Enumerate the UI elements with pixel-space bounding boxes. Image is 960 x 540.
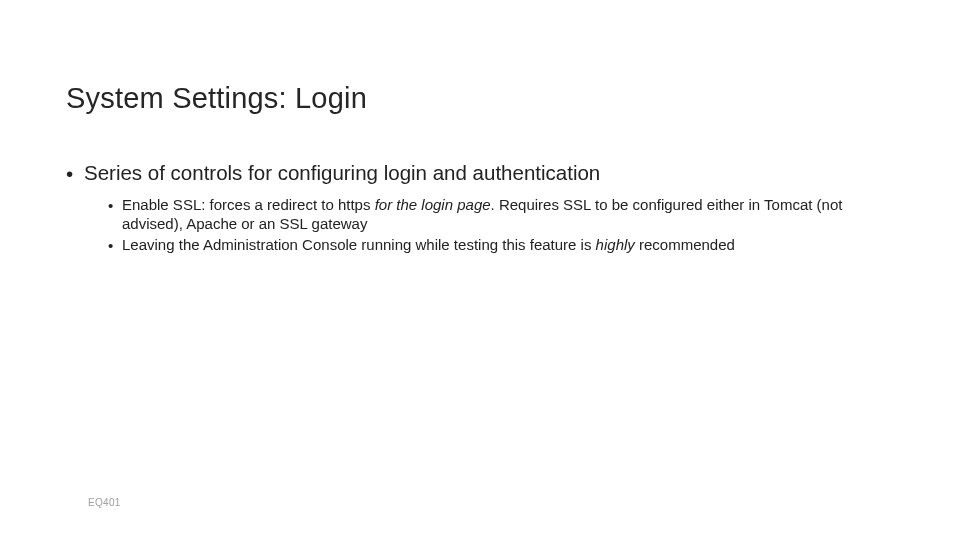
bullet-level2: • Enable SSL: forces a redirect to https…: [108, 195, 906, 233]
bullet-text-italic: highly: [596, 236, 635, 253]
bullet-dot-icon: •: [108, 195, 122, 233]
bullet-text: Series of controls for configuring login…: [84, 160, 600, 187]
bullet-level1: • Series of controls for configuring log…: [66, 160, 906, 187]
bullet-dot-icon: •: [108, 235, 122, 255]
slide: System Settings: Login • Series of contr…: [0, 0, 960, 540]
bullet-text: Enable SSL: forces a redirect to https f…: [122, 195, 906, 233]
bullet-text-part: Enable SSL: forces a redirect to https: [122, 196, 375, 213]
footer-code: EQ401: [88, 497, 121, 508]
bullet-text-part: recommended: [635, 236, 735, 253]
bullet-text-part: Leaving the Administration Console runni…: [122, 236, 596, 253]
slide-content: • Series of controls for configuring log…: [66, 160, 906, 257]
slide-title: System Settings: Login: [66, 82, 367, 115]
bullet-text-italic: for the login page: [375, 196, 491, 213]
bullet-dot-icon: •: [66, 160, 84, 187]
bullet-level2: • Leaving the Administration Console run…: [108, 235, 906, 255]
bullet-text: Leaving the Administration Console runni…: [122, 235, 735, 255]
